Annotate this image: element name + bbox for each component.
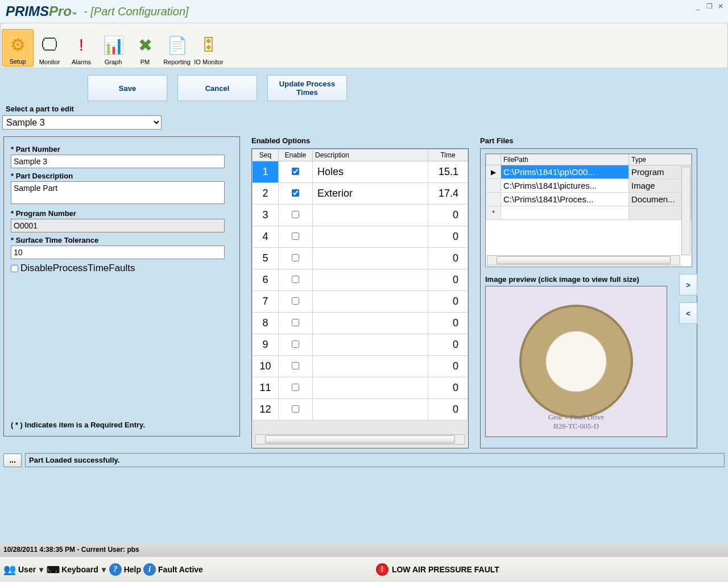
files-horizontal-scrollbar[interactable] [487, 255, 680, 265]
enable-checkbox[interactable] [292, 384, 299, 391]
enable-checkbox[interactable] [292, 340, 299, 348]
image-next-button[interactable]: > [679, 274, 697, 296]
help-icon: ? [109, 563, 122, 576]
part-select-label: Select a part to edit [6, 105, 728, 113]
part-files-header: Part Files [480, 136, 697, 145]
app-logo: PRIMSPro™ [6, 3, 77, 19]
user-menu[interactable]: User [18, 565, 36, 574]
image-preview[interactable]: Gear – Final Drive B28-TC-005-D [485, 286, 667, 437]
options-horizontal-scrollbar[interactable] [255, 434, 465, 444]
surface-tolerance-label: * Surface Time Tolerance [11, 236, 233, 244]
window-titlebar: PRIMSPro™ - [Part Configuration] _ ❐ ✕ [0, 0, 728, 23]
col-time[interactable]: Time [428, 149, 468, 161]
toolbar-pm[interactable]: ✖PM [129, 30, 161, 66]
window-subtitle: - [Part Configuration] [84, 5, 189, 18]
preview-caption-line1: Gear – Final Drive [486, 413, 667, 422]
table-row[interactable]: 12 0 [253, 399, 468, 421]
part-number-label: * Part Number [11, 145, 233, 153]
footer-timeline: 10/28/2011 4:38:35 PM - Current User: pb… [0, 543, 728, 557]
table-row[interactable]: 7 0 [253, 291, 468, 313]
table-row[interactable]: 6 0 [253, 269, 468, 291]
alarm-icon: ! [376, 563, 388, 576]
alarm-text: LOW AIR PRESSURE FAULT [392, 565, 499, 574]
col-seq[interactable]: Seq [253, 149, 279, 161]
keyboard-icon: ⌨ [47, 563, 59, 576]
enable-checkbox[interactable] [292, 211, 299, 218]
enabled-options-header: Enabled Options [251, 136, 469, 145]
toolbar-alarms[interactable]: !Alarms [65, 30, 97, 66]
info-icon: i [143, 563, 156, 576]
part-number-input[interactable] [11, 155, 225, 168]
update-process-times-button[interactable]: Update Process Times [267, 75, 347, 101]
table-row[interactable]: 2 Exterior 17.4 [253, 183, 468, 205]
part-details-panel: * Part Number * Part Description Sample … [3, 136, 240, 436]
enable-checkbox[interactable] [292, 232, 299, 240]
disable-process-faults-checkbox[interactable] [11, 265, 18, 272]
main-toolbar: ⚙Setup🖵Monitor!Alarms📊Graph✖PM📄Reporting… [0, 23, 728, 68]
part-description-label: * Part Description [11, 172, 233, 180]
files-vertical-scrollbar[interactable] [681, 167, 690, 255]
window-close-icon[interactable]: ✕ [717, 2, 725, 10]
col-enable[interactable]: Enable [279, 149, 313, 161]
file-row[interactable]: C:\Prims\1841\pictures...Image [486, 179, 692, 193]
part-files-panel: FilePath Type ▶C:\Prims\1841\pp\O00...Pr… [480, 148, 697, 448]
col-description[interactable]: Description [313, 149, 428, 161]
toolbar-monitor[interactable]: 🖵Monitor [34, 30, 65, 66]
part-select[interactable]: Sample 3 [2, 115, 162, 130]
file-row[interactable]: C:\Prims\1841\Proces...Documen... [486, 193, 692, 206]
table-row[interactable]: 5 0 [253, 248, 468, 269]
part-description-input[interactable]: Sample Part [11, 181, 225, 204]
users-icon: 👥 [3, 563, 16, 576]
keyboard-menu[interactable]: Keyboard [61, 565, 98, 574]
file-row[interactable]: * [486, 206, 692, 220]
window-minimize-icon[interactable]: _ [694, 2, 702, 10]
toolbar-graph[interactable]: 📊Graph [97, 30, 129, 66]
status-expand-button[interactable]: ... [3, 454, 22, 467]
table-row[interactable]: 8 0 [253, 313, 468, 334]
window-maximize-icon[interactable]: ❐ [705, 2, 713, 10]
footer-bar: 👥 User▾ ⌨ Keyboard▾ ? Help i Fault Activ… [0, 557, 728, 582]
toolbar-io-monitor[interactable]: 🎛IO Monitor [193, 30, 225, 66]
enable-checkbox[interactable] [292, 362, 299, 369]
toolbar-setup[interactable]: ⚙Setup [2, 29, 34, 66]
table-row[interactable]: 10 0 [253, 356, 468, 377]
col-filetype[interactable]: Type [629, 155, 692, 165]
program-number-input [11, 219, 225, 232]
disable-process-faults-label: DisableProcessTimeFaults [20, 263, 135, 274]
enable-checkbox[interactable] [292, 276, 299, 283]
file-row[interactable]: ▶C:\Prims\1841\pp\O00...Program [486, 165, 692, 179]
enable-checkbox[interactable] [292, 254, 299, 261]
table-row[interactable]: 11 0 [253, 377, 468, 399]
help-menu[interactable]: Help [124, 565, 141, 574]
save-button[interactable]: Save [88, 75, 167, 101]
enable-checkbox[interactable] [292, 319, 299, 326]
toolbar-reporting[interactable]: 📄Reporting [161, 30, 193, 66]
table-row[interactable]: 1 Holes 15.1 [253, 161, 468, 183]
required-entry-note: ( * ) Indicates item is a Required Entry… [11, 421, 145, 429]
enable-checkbox[interactable] [292, 297, 299, 305]
cancel-button[interactable]: Cancel [177, 75, 257, 101]
status-message: Part Loaded successfully. [25, 453, 725, 467]
enable-checkbox[interactable] [292, 189, 299, 197]
table-row[interactable]: 9 0 [253, 334, 468, 356]
col-filepath[interactable]: FilePath [501, 155, 629, 165]
surface-tolerance-input[interactable] [11, 246, 225, 259]
enable-checkbox[interactable] [292, 168, 299, 175]
enabled-options-grid: Seq Enable Description Time 1 Holes 15.1… [251, 148, 469, 448]
program-number-label: * Program Number [11, 209, 233, 218]
gear-image [519, 305, 633, 418]
image-preview-label: Image preview (click image to view full … [485, 275, 692, 284]
image-prev-button[interactable]: < [679, 302, 697, 324]
part-files-grid: FilePath Type ▶C:\Prims\1841\pp\O00...Pr… [485, 153, 692, 267]
preview-caption-line2: B28-TC-005-D [486, 422, 667, 431]
table-row[interactable]: 3 0 [253, 205, 468, 226]
table-row[interactable]: 4 0 [253, 226, 468, 248]
enable-checkbox[interactable] [292, 405, 299, 413]
fault-active-menu[interactable]: Fault Active [158, 565, 203, 574]
